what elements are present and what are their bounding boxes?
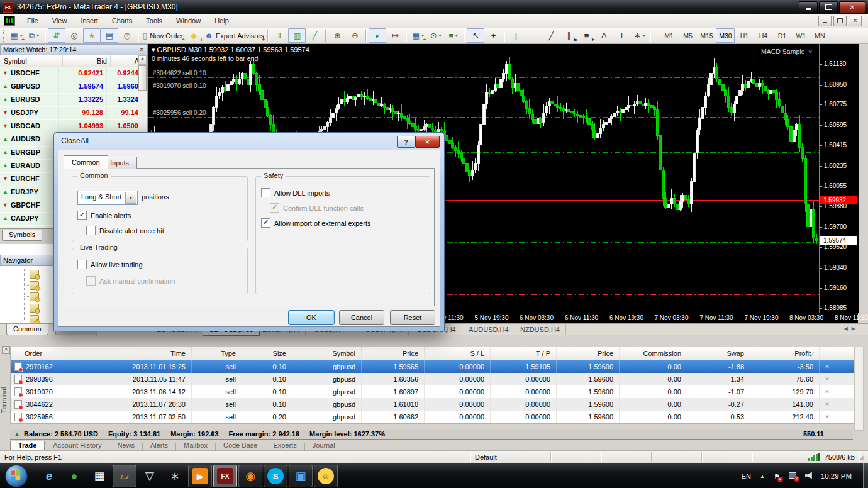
column-header-tp[interactable]: T / P: [491, 347, 557, 360]
timeframe-m30-button[interactable]: M30: [716, 28, 735, 43]
timeframe-h1-button[interactable]: H1: [735, 28, 754, 43]
tab-symbols[interactable]: Symbols: [2, 230, 42, 241]
timeframe-d1-button[interactable]: D1: [772, 28, 791, 43]
close-position-button[interactable]: ✕: [820, 411, 835, 423]
fibonacci-button[interactable]: ≡F: [577, 28, 595, 43]
allow-live-trading-checkbox[interactable]: Allow live trading: [77, 260, 143, 269]
candlestick-chart-button[interactable]: ▥: [288, 28, 306, 43]
dialog-help-button[interactable]: ?: [397, 136, 415, 148]
market-watch-row-eurusd[interactable]: ▲EURUSD1.332251.33244: [0, 94, 147, 107]
order-row-2970162[interactable]: 29701622013.11.01 15:25sell0.10gbpusd1.5…: [11, 360, 854, 373]
script-icon[interactable]: [30, 281, 39, 290]
checkbox-unchecked-icon[interactable]: [86, 226, 96, 235]
profiles-button[interactable]: ⧉▾: [25, 28, 43, 43]
checkbox-checked-icon[interactable]: ✓: [261, 218, 270, 228]
enable-alerts-checkbox[interactable]: ✓Enable alerts: [77, 211, 131, 220]
column-header-symbol[interactable]: Symbol: [0, 55, 63, 67]
price-scale[interactable]: 1.611301.609501.607751.605951.604151.602…: [819, 44, 859, 313]
chart-tab-audusd-h4[interactable]: AUDUSD,H4: [463, 324, 515, 335]
timeframe-h4-button[interactable]: H4: [754, 28, 772, 43]
taskbar-app-green[interactable]: ●: [62, 465, 86, 487]
chart-collapse-icon[interactable]: ▾: [152, 46, 155, 53]
taskbar-firefox[interactable]: ◉: [238, 465, 262, 487]
text-label-button[interactable]: T: [613, 28, 630, 43]
chevron-down-icon[interactable]: ▾: [125, 192, 136, 204]
menu-tools[interactable]: Tools: [139, 14, 169, 28]
trendline-button[interactable]: ╱: [542, 28, 560, 43]
disable-alert-checkbox[interactable]: Disable alert once hit: [86, 226, 164, 235]
volume-icon[interactable]: [805, 472, 812, 480]
start-button[interactable]: [5, 465, 28, 487]
taskbar-skype[interactable]: S: [264, 465, 287, 487]
timeframe-mn-button[interactable]: MN: [810, 28, 829, 43]
market-watch-header[interactable]: Market Watch: 17:29:14 ✕: [0, 44, 147, 55]
close-position-button[interactable]: ✕: [820, 398, 835, 411]
menu-view[interactable]: View: [45, 14, 74, 28]
terminal-tab-alerts[interactable]: Alerts: [143, 441, 175, 451]
child-restore-button[interactable]: [833, 16, 847, 26]
terminal-tab-code-base[interactable]: Code Base: [216, 441, 265, 451]
column-header-commission[interactable]: Commission: [620, 347, 687, 360]
zoom-in-button[interactable]: ⊕: [328, 28, 346, 43]
terminal-tab-news[interactable]: News: [109, 441, 142, 451]
status-profile[interactable]: Default: [470, 452, 551, 462]
network-icon[interactable]: ✕: [789, 472, 796, 480]
resize-grip-icon[interactable]: ◢: [859, 454, 868, 460]
allow-external-experts-checkbox[interactable]: ✓Allow import of external experts: [261, 218, 370, 228]
order-row-3019070[interactable]: 30190702013.11.06 14:12sell0.10gbpusd1.6…: [11, 385, 854, 398]
script-icon[interactable]: [30, 270, 39, 279]
scrollbar-thumb[interactable]: [138, 65, 147, 91]
indicator-close-icon[interactable]: ✕: [808, 49, 813, 55]
allow-dll-checkbox[interactable]: Allow DLL imports: [261, 188, 330, 197]
cursor-button[interactable]: ↖: [467, 28, 484, 43]
crosshair-button[interactable]: +: [484, 28, 502, 43]
navigator-tab-common[interactable]: Common: [6, 324, 48, 335]
line-chart-button[interactable]: ╱: [306, 28, 323, 43]
dialog-close-button[interactable]: ✕: [415, 136, 440, 148]
tab-left-icon[interactable]: ◀: [844, 326, 852, 331]
script-icon[interactable]: [30, 292, 39, 301]
script-icon[interactable]: [30, 315, 39, 323]
menu-help[interactable]: Help: [208, 14, 236, 28]
taskbar-internet-explorer[interactable]: e: [37, 465, 61, 487]
timeframe-w1-button[interactable]: W1: [791, 28, 810, 43]
terminal-tab-experts[interactable]: Experts: [265, 441, 304, 451]
scroll-up-icon[interactable]: ▲: [138, 55, 147, 65]
window-close-button[interactable]: ✕: [839, 1, 865, 13]
checkbox-unchecked-icon[interactable]: [77, 260, 87, 269]
menu-insert[interactable]: Insert: [74, 14, 105, 28]
menu-window[interactable]: Window: [169, 14, 208, 28]
column-header-swap[interactable]: Swap: [687, 347, 750, 360]
chart-tab-nzdusd-h4[interactable]: NZDUSD,H4: [515, 324, 566, 335]
close-position-button[interactable]: ✕: [820, 385, 835, 398]
close-icon[interactable]: ✕: [139, 47, 144, 53]
toolbar-grip[interactable]: [3, 30, 6, 42]
text-button[interactable]: A: [595, 28, 613, 43]
terminal-button[interactable]: ▤: [101, 28, 118, 43]
order-row-3025956[interactable]: 30259562013.11.07 02:50sell0.20gbpusd1.6…: [11, 411, 854, 423]
child-close-button[interactable]: ✕: [849, 16, 862, 26]
taskbar-app-window[interactable]: ▣: [289, 465, 313, 487]
market-watch-button[interactable]: ⇵: [48, 28, 65, 43]
terminal-tab-journal[interactable]: Journal: [305, 441, 343, 451]
close-position-button[interactable]: ✕: [820, 373, 835, 385]
navigator-button[interactable]: ★: [83, 28, 101, 43]
column-header-symbol[interactable]: Symbol: [292, 347, 362, 360]
chart-tab-scroll[interactable]: ◀▶: [844, 326, 859, 331]
new-order-button[interactable]: ▯+New Order: [141, 28, 185, 43]
orders-table-header[interactable]: OrderTimeTypeSizeSymbolPriceS / LT / PPr…: [11, 347, 854, 360]
menu-charts[interactable]: Charts: [105, 14, 139, 28]
terminal-tab-trade[interactable]: Trade: [10, 441, 45, 452]
positions-select[interactable]: Long & Short ▾: [77, 191, 138, 205]
taskbar-app-satellite[interactable]: ∗: [163, 465, 187, 487]
column-header-price[interactable]: Price: [557, 347, 620, 360]
column-header-order[interactable]: Order: [11, 347, 86, 360]
templates-button[interactable]: ≡▾: [444, 28, 462, 43]
taskbar-messenger[interactable]: ☺: [314, 465, 338, 487]
market-watch-column-header[interactable]: SymbolBidAsk: [0, 55, 147, 67]
toolbar-grip[interactable]: [655, 30, 657, 42]
column-header-time[interactable]: Time: [86, 347, 192, 360]
tray-clock[interactable]: 10:29 PM: [821, 472, 852, 480]
arrows-button[interactable]: ∗▾: [630, 28, 648, 43]
terminal-tab-mailbox[interactable]: Mailbox: [176, 441, 215, 451]
